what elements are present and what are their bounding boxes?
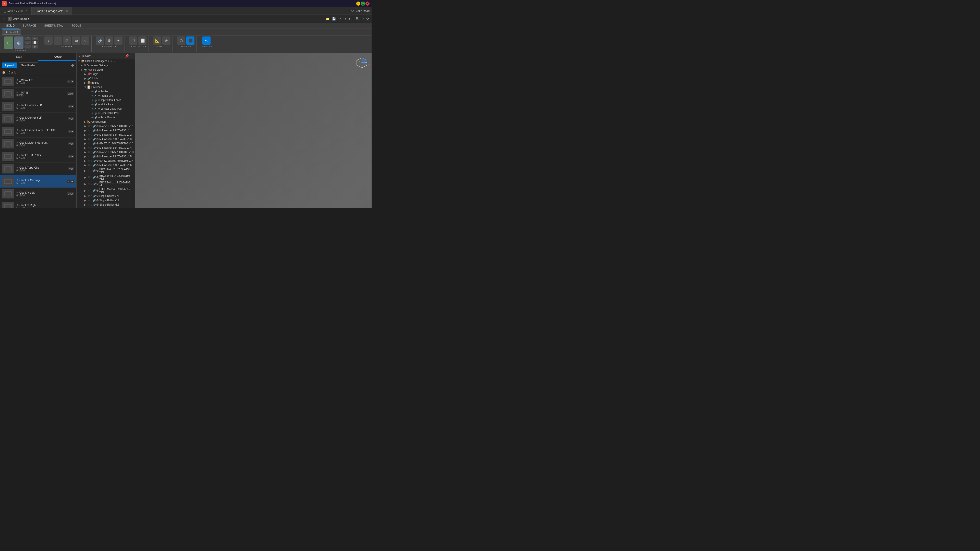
eye-icon[interactable]: 👁 [88,138,90,141]
tree-expand-icon[interactable]: ▶ [84,183,87,186]
tree-expand-icon[interactable]: ▶ [80,64,83,67]
ribbon-tab-solid[interactable]: SOLID [2,23,19,29]
ribbon-tab-tools[interactable]: TOOLS [67,23,85,29]
component-link-icon[interactable]: 🔗 [93,203,96,206]
tree-expand-icon[interactable]: ▶ [84,125,87,127]
eye-icon[interactable]: 👁 [91,99,94,102]
select-icon[interactable]: ↖ [202,37,210,44]
tree-expand-icon[interactable]: ▶ [84,129,87,132]
tree-expand-icon[interactable]: ▶ [84,155,87,158]
tree-item[interactable]: ▶ 👁 □🔗 ⚙ M4 Washer 93475A230 v1:5 [76,154,135,159]
measure-icon[interactable]: 📐 [153,37,161,44]
tree-item[interactable]: 👁 🔗 ✏ Face Mounts [76,115,135,120]
tree-item[interactable]: ▶ 👁 □🔗 ⚙ 624ZZ 13x4x5 7804K103 v1:2 [76,141,135,146]
link-icon[interactable]: 🔗 [94,116,97,119]
tree-item[interactable]: ▶ 👁 □🔗 ⚙ Single Roller v3:2 [76,198,135,203]
extrude-icon[interactable]: ◻ [4,37,13,49]
eye-icon[interactable]: 👁 [88,147,90,149]
tree-item[interactable]: 👁 🔗 ✏ Vertical Cable Post [76,106,135,111]
tree-item[interactable]: ▶ 👁 □🔗 ⚙ Single Roller v3:3 [76,203,135,207]
tree-item[interactable]: ▶ 🔗 Joints [76,76,135,81]
eye-icon[interactable]: 👁 [88,134,90,136]
component-link-icon[interactable]: 🔗 [93,195,96,197]
user-button[interactable]: JR Jake Read ▾ [8,17,29,21]
file-item[interactable]: ⚙ Clank Frame Cable Take Off 6/12/20 V5▾ [0,125,76,138]
tab-settings-button[interactable]: ⚙ [351,9,355,13]
component-link-icon[interactable]: 🔗 [93,160,96,162]
browser-collapse-icon[interactable]: ◁ [79,54,81,58]
tree-expand-icon[interactable]: ▶ [84,203,87,206]
eye-icon[interactable]: 👁 [88,183,90,185]
tree-expand-icon[interactable]: ▶ [84,159,87,162]
shell-icon[interactable]: □ [24,45,30,48]
tree-item[interactable]: ▶ 👁 □🔗 ⚙ 624ZZ 13x4x5 7804K103 v1:4 [76,159,135,163]
grid-icon[interactable]: ⊞ [2,17,6,21]
file-item[interactable]: ⚙ Clank Motor Hotmount 6/15/20 V2▾ [0,138,76,150]
link-icon[interactable]: 🔗 [94,103,97,106]
revolve-icon[interactable]: ◎ [14,37,24,49]
browser-pin-icon[interactable]: 📌 [125,54,129,58]
link-icon[interactable]: 🔗 [94,95,97,97]
upload-button[interactable]: Upload [2,62,17,68]
tree-expand-icon[interactable]: ▶ [84,121,87,123]
eye-icon[interactable]: 👁 [88,160,90,162]
insert-derive-icon[interactable]: ⬛ [186,37,194,44]
tree-root[interactable]: ▼ 📦 Clank X Carriage v24 👁 ✏ [76,59,135,63]
component-link-icon[interactable]: 🔗 [93,134,96,136]
component-link-icon[interactable]: 🔗 [93,189,96,192]
maximize-button[interactable]: □ [361,2,365,6]
tree-item[interactable]: ▶ 👁 □🔗 ⚙ M4 Washer 93475A230 v1:2 [76,133,135,137]
ribbon-tab-surface[interactable]: SURFACE [19,23,40,29]
design-mode-button[interactable]: DESIGN ▾ [2,29,21,35]
tree-item[interactable]: ▶ 👁 □🔗 ⚙ BHCS M4 x 14 92095A193 v1:1 [76,174,135,181]
tree-item[interactable]: ▶ 👁 □🔗 ⚙ 624ZZ 13x4x5 7804K103 v1:1 [76,124,135,128]
tree-expand-icon[interactable]: ▶ [84,142,87,145]
tree-item[interactable]: ▶ 👁 □🔗 ⚙ M4 Washer 93475A230 v1:4 [76,146,135,150]
file-item[interactable]: ⚙ Clank Tape Clip 6/12/20 V1▾ [0,163,76,175]
tree-item[interactable]: ▶ 📷 Named Views [76,68,135,72]
root-eye-icon[interactable]: 👁 [110,60,113,62]
tree-expand-icon[interactable]: ▶ [84,195,87,197]
file-item[interactable]: ⚙ Clank Y Left 6/17/20 V35▾ [0,188,76,200]
link-icon[interactable]: 🔗 [94,108,97,110]
eye-icon[interactable]: 👁 [88,125,90,127]
folder-icon[interactable]: 📁 [325,17,330,21]
tree-expand-icon[interactable]: ▶ [84,151,87,154]
link-icon[interactable]: 🔗 [94,90,97,93]
component-link-icon[interactable]: 🔗 [93,199,96,202]
tree-item[interactable]: ▶ 👁 □🔗 ⚙ M4 Washer 93475A230 v1:3 [76,137,135,141]
component-link-icon[interactable]: 🔗 [93,151,96,154]
tree-item[interactable]: ▶ 📌 Origin [76,72,135,76]
minimize-button[interactable]: – [356,2,360,6]
new-folder-button[interactable]: New Folder [18,62,38,68]
eye-icon[interactable]: 👁 [91,95,94,97]
nav-cube[interactable]: RIGHT Z X [354,55,369,70]
sweep-icon[interactable]: ⌒ [24,37,30,40]
eye-icon[interactable]: 👁 [88,203,90,206]
eye-icon[interactable]: 👁 [91,108,94,110]
home-icon[interactable]: 🏠 [2,71,6,74]
eye-icon[interactable]: 👁 [88,169,90,172]
eye-icon[interactable]: 👁 [91,90,94,93]
eye-icon[interactable]: 👁 [88,151,90,154]
component-link-icon[interactable]: 🔗 [93,125,96,127]
tree-item[interactable]: ▼ 📝 Sketches [76,85,135,89]
tree-item[interactable]: ▶ 👁 □🔗 ⚙ M4 Washer 93475A230 v1:6 [76,163,135,167]
settings-icon[interactable]: ⚙ [366,17,369,21]
eye-icon[interactable]: 👁 [88,164,90,167]
component-link-icon[interactable]: 🔗 [93,169,96,172]
eye-icon[interactable]: 👁 [91,116,94,119]
eye-icon[interactable]: 👁 [91,112,94,114]
fillet-icon[interactable]: ⌒ [54,37,62,44]
tree-item[interactable]: 👁 🔗 ✏ Rear Cable Post [76,111,135,115]
tree-item[interactable]: ▶ 👁 □🔗 ⚙ M4 Washer 93475A230 v1:1 [76,128,135,133]
tree-expand-icon[interactable]: ▶ [84,164,87,167]
tree-expand-icon[interactable]: ▶ [84,138,87,141]
tree-expand-icon[interactable]: ▶ [84,169,87,172]
tree-expand-icon[interactable]: ▶ [84,189,87,192]
tree-item[interactable]: ▶ 👁 □🔗 ⚙ Single Roller v3:1 [76,194,135,198]
file-item[interactable]: ⚙ Clank Y Right 6/17/20 [0,200,76,208]
as-built-joint-icon[interactable]: ⚙ [105,37,113,44]
box-icon[interactable]: ⬜ [32,41,38,44]
offset-plane-icon[interactable]: ⬚ [129,37,137,44]
